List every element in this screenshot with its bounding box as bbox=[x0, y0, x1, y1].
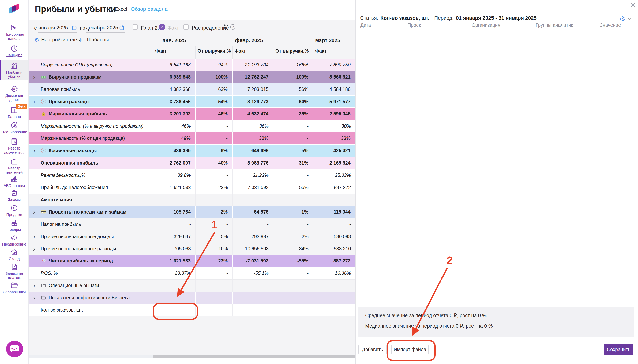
value-cell[interactable]: -580 098 bbox=[313, 230, 355, 242]
value-cell[interactable]: 119 044 bbox=[313, 206, 355, 218]
value-cell[interactable]: -55.1% bbox=[233, 267, 273, 279]
scrollbar-thumb[interactable] bbox=[153, 355, 355, 358]
value-cell[interactable]: - bbox=[273, 280, 313, 292]
sidebar-item-dashboard[interactable]: Приборная панель bbox=[0, 22, 29, 42]
value-cell[interactable]: 39.8% bbox=[153, 169, 196, 181]
expand-chevron-icon[interactable]: › bbox=[33, 148, 35, 153]
excel-export-button[interactable]: Excel bbox=[107, 6, 127, 12]
value-cell[interactable]: - bbox=[196, 132, 233, 144]
row-label-cell[interactable]: ›Прочие неоперационные доходы bbox=[29, 230, 153, 242]
value-cell[interactable]: 40% bbox=[196, 157, 233, 169]
sidebar-item-docs[interactable]: Реестр документов bbox=[0, 136, 29, 156]
row-label-cell[interactable]: ›Выручка по продажам bbox=[29, 71, 153, 83]
fact-checkbox[interactable]: ✓ bbox=[160, 24, 165, 30]
value-cell[interactable]: - bbox=[273, 120, 313, 132]
value-cell[interactable]: - bbox=[196, 304, 233, 316]
value-cell[interactable]: 100% bbox=[273, 71, 313, 83]
sidebar-item-warehouse[interactable]: Склад bbox=[0, 247, 29, 262]
value-cell[interactable]: 8 566 621 bbox=[313, 71, 355, 83]
value-cell[interactable]: - bbox=[153, 194, 196, 206]
value-cell[interactable]: - bbox=[273, 218, 313, 230]
value-cell[interactable]: 38% bbox=[233, 132, 273, 144]
value-cell[interactable]: 64% bbox=[273, 96, 313, 108]
value-cell[interactable]: - bbox=[153, 218, 196, 230]
value-cell[interactable]: 10 656 503 bbox=[233, 243, 273, 255]
value-cell[interactable]: 3 738 456 bbox=[153, 96, 196, 108]
value-cell[interactable]: 2 169 624 bbox=[313, 157, 355, 169]
value-cell[interactable]: 6% bbox=[196, 144, 233, 156]
plan-checkbox[interactable] bbox=[133, 24, 138, 30]
row-label-cell[interactable]: ›Операционные рычаги bbox=[29, 280, 153, 292]
value-cell[interactable]: 23% bbox=[196, 182, 233, 194]
value-cell[interactable]: - bbox=[233, 194, 273, 206]
value-cell[interactable]: 439 385 bbox=[153, 144, 196, 156]
value-cell[interactable]: 7 890 750 bbox=[313, 59, 355, 71]
value-cell[interactable]: 7 203 015 bbox=[233, 83, 273, 95]
value-cell[interactable]: -55% bbox=[273, 182, 313, 194]
value-cell[interactable]: - bbox=[313, 280, 355, 292]
value-cell[interactable]: - bbox=[273, 292, 313, 304]
value-cell[interactable]: - bbox=[273, 169, 313, 181]
row-label-cell[interactable]: ›Прямые расходы bbox=[29, 96, 153, 108]
sidebar-item-goods[interactable]: Товары bbox=[0, 218, 29, 233]
value-cell[interactable]: 425 421 bbox=[313, 144, 355, 156]
value-cell[interactable]: - bbox=[196, 169, 233, 181]
sidebar-item-abc[interactable]: ABCАВС-анализ bbox=[0, 174, 29, 189]
sidebar-item-pie[interactable]: Дашборд bbox=[0, 43, 29, 58]
value-cell[interactable]: 583 210 bbox=[313, 243, 355, 255]
panel-settings-gear-icon[interactable]: ⚙ bbox=[619, 15, 625, 23]
value-cell[interactable]: 84% bbox=[273, 243, 313, 255]
value-cell[interactable]: 8 129 773 bbox=[233, 96, 273, 108]
horizontal-scrollbar[interactable] bbox=[29, 355, 355, 358]
sidebar-item-orders[interactable]: Заказы bbox=[0, 188, 29, 203]
sidebar-item-profit[interactable]: Прибыли убытки bbox=[0, 60, 29, 80]
value-cell[interactable]: - bbox=[233, 218, 273, 230]
close-icon[interactable]: × bbox=[630, 0, 635, 10]
value-cell[interactable]: - bbox=[153, 280, 196, 292]
value-cell[interactable]: 25.33% bbox=[313, 169, 355, 181]
row-label-cell[interactable]: ›Показатели эффективности Бизнеса bbox=[29, 292, 153, 304]
value-cell[interactable]: 6 939 848 bbox=[153, 71, 196, 83]
value-cell[interactable]: -7 031 592 bbox=[233, 255, 273, 267]
value-cell[interactable]: 2% bbox=[196, 206, 233, 218]
value-cell[interactable]: -7 031 592 bbox=[233, 182, 273, 194]
value-cell[interactable]: 105 764 bbox=[153, 206, 196, 218]
value-cell[interactable]: 4 382 368 bbox=[153, 83, 196, 95]
value-cell[interactable]: -2% bbox=[273, 230, 313, 242]
value-cell[interactable]: 31.22% bbox=[233, 169, 273, 181]
value-cell[interactable]: -5% bbox=[196, 230, 233, 242]
value-cell[interactable]: 166% bbox=[273, 59, 313, 71]
value-cell[interactable]: 3 983 776 bbox=[233, 157, 273, 169]
value-cell[interactable]: - bbox=[196, 194, 233, 206]
value-cell[interactable]: 1% bbox=[273, 206, 313, 218]
value-cell[interactable]: 54% bbox=[196, 96, 233, 108]
value-cell[interactable]: - bbox=[273, 304, 313, 316]
value-cell[interactable]: 56% bbox=[273, 83, 313, 95]
value-cell[interactable]: 4 632 474 bbox=[233, 108, 273, 120]
value-cell[interactable]: 5% bbox=[273, 144, 313, 156]
value-cell[interactable]: 12 762 247 bbox=[233, 71, 273, 83]
value-cell[interactable]: 63% bbox=[196, 83, 233, 95]
expand-chevron-icon[interactable]: › bbox=[33, 294, 35, 300]
value-cell[interactable]: - bbox=[313, 292, 355, 304]
sidebar-item-balance[interactable]: BetaБаланс bbox=[0, 105, 29, 120]
sidebar-item-folder[interactable]: Справочники bbox=[0, 280, 29, 295]
value-cell[interactable]: 2 595 045 bbox=[313, 108, 355, 120]
value-cell[interactable]: 21 193 734 bbox=[233, 59, 273, 71]
value-cell[interactable]: - bbox=[153, 304, 196, 316]
report-settings-button[interactable]: ⚙ Настройки отчета bbox=[34, 37, 82, 43]
value-cell[interactable]: 887 272 bbox=[313, 182, 355, 194]
value-cell[interactable]: 1 621 533 bbox=[153, 182, 196, 194]
row-label-cell[interactable]: ›Косвенные расходы bbox=[29, 144, 153, 156]
row-label-cell[interactable]: ›Прочие неоперационные расходы bbox=[29, 243, 153, 255]
help-icon[interactable]: ? bbox=[230, 24, 235, 30]
value-cell[interactable]: - bbox=[273, 267, 313, 279]
value-cell[interactable]: 36% bbox=[233, 120, 273, 132]
value-cell[interactable]: - bbox=[196, 218, 233, 230]
value-cell[interactable]: - bbox=[273, 194, 313, 206]
value-cell[interactable]: 10% bbox=[196, 243, 233, 255]
value-cell[interactable]: -55% bbox=[273, 255, 313, 267]
value-cell[interactable]: - bbox=[196, 120, 233, 132]
value-cell[interactable]: 1 621 533 bbox=[153, 255, 196, 267]
value-cell[interactable]: - bbox=[153, 292, 196, 304]
